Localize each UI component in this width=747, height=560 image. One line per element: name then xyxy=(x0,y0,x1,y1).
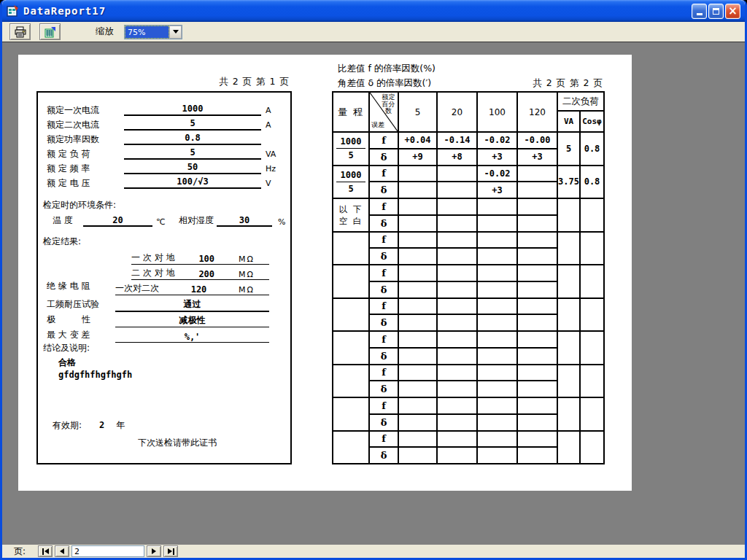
angle-error-cell xyxy=(517,414,557,431)
percent-col-header: 120 xyxy=(517,92,557,132)
angle-error-cell xyxy=(398,215,437,232)
angle-error-cell: +8 xyxy=(437,149,477,166)
export-button[interactable] xyxy=(39,23,61,40)
field-label: 额 定 负 荷 xyxy=(47,149,124,160)
page-number-input[interactable] xyxy=(71,545,144,557)
va-cell: 3.75 xyxy=(557,166,580,199)
cos-cell xyxy=(580,431,604,464)
env-row: 温 度 20 ℃ 相对湿度 30 % xyxy=(38,212,290,227)
triangle-right-icon xyxy=(168,548,172,554)
minimize-button[interactable] xyxy=(692,4,707,19)
field-value: 5 xyxy=(124,147,261,160)
insulation-point-label: 一次对二次 xyxy=(115,282,159,295)
minimize-icon xyxy=(697,13,703,15)
range-cell xyxy=(333,298,369,332)
ratio-error-cell xyxy=(477,331,517,348)
angle-error-cell xyxy=(437,381,477,397)
print-preview-area[interactable]: 共 2 页 第 1 页 额定一次电流1000A额定二次电流5A额定功率因数0.8… xyxy=(2,42,745,544)
range-cell: 10005 xyxy=(333,166,369,199)
angle-error-cell xyxy=(477,281,517,298)
table-row: f xyxy=(333,431,604,448)
range-top: 以 下 xyxy=(333,203,368,215)
print-button[interactable] xyxy=(9,23,31,40)
prev-page-button[interactable] xyxy=(55,545,69,557)
zoom-combobox[interactable]: 75% xyxy=(124,25,182,39)
insulation-value: 100 xyxy=(174,254,239,264)
range-bottom: 5 xyxy=(333,184,368,194)
range-cell xyxy=(333,365,369,398)
angle-error-cell xyxy=(477,447,517,464)
cos-cell xyxy=(580,198,604,232)
table-row: f xyxy=(333,298,604,315)
insulation-point-label: 二 次 对 地 xyxy=(131,267,174,279)
insulation-row: 二 次 对 地200MΩ xyxy=(38,265,290,280)
field-label: 额定功率因数 xyxy=(47,134,124,145)
pager-bar: 页: xyxy=(2,544,745,558)
angle-error-cell xyxy=(517,215,557,232)
insulation-point-label: 一 次 对 地 xyxy=(131,252,174,264)
percent-col-header: 5 xyxy=(398,92,437,132)
cos-cell: 0.8 xyxy=(580,132,604,166)
ratio-error-cell xyxy=(517,198,557,215)
ratio-error-cell xyxy=(477,397,517,414)
last-page-button[interactable] xyxy=(163,545,178,557)
ratio-error-cell xyxy=(398,198,437,215)
delta-row-label: δ xyxy=(369,414,398,431)
cos-header: Cosφ xyxy=(580,111,604,132)
conclusion-title: 结论及说明: xyxy=(43,342,90,354)
delta-row-label: δ xyxy=(369,281,398,298)
angle-error-cell xyxy=(437,248,477,265)
ratio-error-cell xyxy=(437,431,477,448)
ratio-error-cell: -0.02 xyxy=(477,132,517,149)
angle-error-cell xyxy=(517,348,557,365)
field-unit: VA xyxy=(261,149,287,160)
va-cell xyxy=(557,232,580,265)
ratio-error-cell xyxy=(517,397,557,414)
angle-error-cell xyxy=(398,281,437,298)
zoom-dropdown-button[interactable] xyxy=(169,26,182,39)
field-value: 100/√3 xyxy=(124,176,261,189)
percent-col-header: 20 xyxy=(437,92,477,132)
ratio-error-cell xyxy=(437,331,477,348)
withstand-row: 工频耐压试验 通过 xyxy=(38,297,290,312)
humidity-label: 相对湿度 xyxy=(174,214,217,227)
table-row: f xyxy=(333,331,604,348)
temp-unit: ℃ xyxy=(152,217,174,227)
table-row: 10005f-0.023.750.8 xyxy=(333,166,604,182)
next-page-icon xyxy=(152,548,156,554)
withstand-value: 通过 xyxy=(115,298,269,312)
table-row: 以 下空 白f xyxy=(333,198,604,215)
delta-row-label: δ xyxy=(369,314,398,331)
variation-row: 最 大 变 差 %,' xyxy=(38,327,290,343)
ratio-error-cell xyxy=(437,265,477,281)
humidity-unit: % xyxy=(272,217,285,227)
field-value: 0.8 xyxy=(124,133,261,145)
ratio-error-cell xyxy=(437,365,477,381)
temp-value: 20 xyxy=(83,215,152,227)
ratio-error-cell xyxy=(517,365,557,381)
chevron-down-icon xyxy=(173,30,179,34)
ratio-error-cell xyxy=(398,365,437,381)
first-page-button[interactable] xyxy=(38,545,53,557)
f-row-label: f xyxy=(369,166,398,182)
ratio-error-cell: +0.04 xyxy=(398,132,437,149)
ratio-error-cell xyxy=(398,397,437,414)
table-row: f xyxy=(333,265,604,281)
maximize-button[interactable] xyxy=(708,4,724,19)
angle-error-cell xyxy=(437,314,477,331)
ratio-error-cell xyxy=(398,265,437,281)
angle-error-cell xyxy=(437,281,477,298)
next-page-button[interactable] xyxy=(147,545,161,557)
field-label: 额 定 频 率 xyxy=(47,163,124,174)
insulation-line: 一次对二次120MΩ xyxy=(115,282,269,295)
export-icon xyxy=(44,26,56,38)
angle-error-cell xyxy=(477,414,517,431)
angle-error-cell xyxy=(477,215,517,232)
insulation-value: 120 xyxy=(159,284,239,295)
close-button[interactable]: × xyxy=(725,4,740,19)
ratio-error-cell xyxy=(398,166,437,182)
f-row-label: f xyxy=(369,331,398,348)
field-row: 额定一次电流1000A xyxy=(38,101,290,116)
validity-row: 有效期: 2 年 xyxy=(53,419,125,432)
ratio-error-cell xyxy=(437,166,477,182)
